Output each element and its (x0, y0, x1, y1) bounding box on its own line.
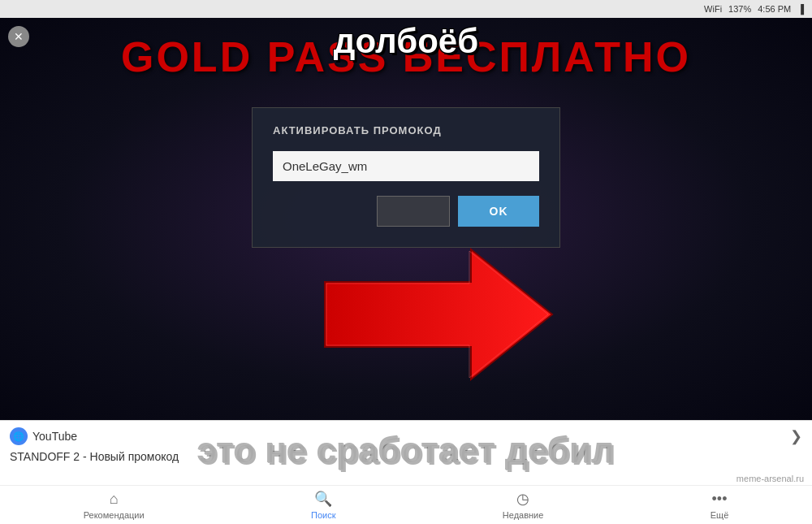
youtube-label: YouTube (32, 430, 77, 443)
nav-recent-label: Недавние (503, 510, 544, 520)
cancel-button[interactable] (377, 196, 450, 227)
promo-dialog: АКТИВИРОВАТЬ ПРОМОКОД OK (252, 107, 560, 248)
bottom-bar: 🌐 YouTube ❯ STANDOFF 2 - Новый промокод … (0, 420, 812, 524)
meme-text-top: долбоёб (334, 22, 478, 61)
youtube-row: 🌐 YouTube ❯ (0, 421, 812, 448)
nav-search-label: Поиск (311, 510, 335, 520)
nav-more[interactable]: ••• Ещё (710, 491, 729, 520)
status-bar: WiFi 137% 4:56 PM ▐ (0, 0, 812, 18)
nav-recommendations-label: Рекомендации (84, 510, 145, 520)
arrow-decoration (309, 233, 568, 396)
video-container: ✕ GOLD PASS БЕСПЛАТНО долбоёб АКТИВИРОВА… (0, 18, 812, 420)
wifi-status: WiFi (704, 4, 722, 14)
bottom-navigation: ⌂ Рекомендации 🔍 Поиск ◷ Недавние ••• Ещ… (0, 485, 812, 524)
search-icon: 🔍 (314, 490, 332, 508)
more-icon: ••• (712, 491, 728, 508)
video-title: STANDOFF 2 - Новый промокод (0, 448, 812, 468)
ok-button[interactable]: OK (458, 196, 539, 227)
share-icon[interactable]: ❯ (790, 427, 802, 445)
close-button[interactable]: ✕ (8, 26, 29, 47)
time-display: 4:56 PM (758, 4, 791, 14)
nav-recommendations[interactable]: ⌂ Рекомендации (84, 491, 145, 520)
nav-search[interactable]: 🔍 Поиск (311, 490, 335, 520)
youtube-globe-icon: 🌐 (10, 427, 28, 445)
nav-recent[interactable]: ◷ Недавние (503, 490, 544, 520)
youtube-logo: 🌐 YouTube (10, 427, 77, 445)
signal-strength: 137% (728, 4, 751, 14)
dialog-buttons: OK (273, 196, 539, 227)
watermark: meme-arsenal.ru (736, 474, 804, 483)
clock-icon: ◷ (516, 490, 529, 508)
svg-marker-0 (325, 249, 552, 379)
dialog-title: АКТИВИРОВАТЬ ПРОМОКОД (273, 124, 539, 136)
nav-more-label: Ещё (710, 510, 729, 520)
home-icon: ⌂ (110, 491, 119, 508)
promo-input[interactable] (273, 151, 539, 181)
battery-icon: ▐ (797, 4, 804, 14)
